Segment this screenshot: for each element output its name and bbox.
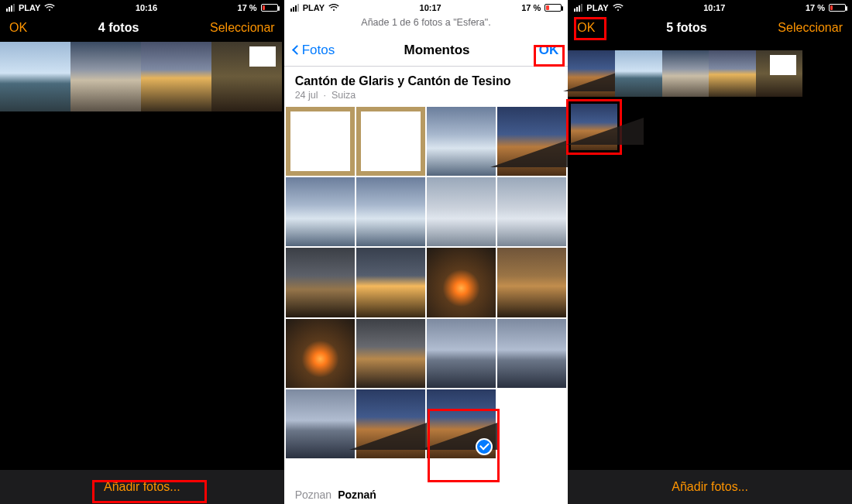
clock: 10:17 xyxy=(420,3,441,12)
add-photos-button[interactable]: Añadir fotos... xyxy=(568,470,852,504)
clock: 10:16 xyxy=(136,3,157,12)
photo-thumb[interactable] xyxy=(756,50,803,97)
photo-thumb[interactable] xyxy=(70,42,141,111)
status-bar: PLAY 10:17 17 % xyxy=(568,0,852,14)
moment-cell[interactable] xyxy=(497,248,566,317)
wifi-icon xyxy=(328,4,339,12)
signal-icon xyxy=(574,4,582,12)
moment-cell[interactable] xyxy=(427,177,496,246)
photo-strip xyxy=(568,50,852,97)
chevron-left-icon xyxy=(292,45,302,55)
battery-percent: 17 % xyxy=(521,3,541,12)
picker-nav-bar: Fotos Momentos OK xyxy=(284,34,569,67)
battery-percent: 17 % xyxy=(238,3,257,12)
screen-2-photo-picker: PLAY 10:17 17 % Añade 1 de 6 fotos a "Es… xyxy=(284,0,569,504)
battery-percent: 17 % xyxy=(806,3,825,12)
photo-thumb[interactable] xyxy=(662,50,709,97)
moment-cell[interactable] xyxy=(286,177,355,246)
album-date: 24 jul xyxy=(295,90,318,101)
next-section-header: Poznan Poznań xyxy=(284,485,569,504)
moment-cell[interactable] xyxy=(356,319,425,388)
battery-icon xyxy=(545,4,562,12)
wifi-icon xyxy=(44,4,55,12)
photo-thumb[interactable] xyxy=(0,42,70,111)
album-subtitle: 24 jul · Suiza xyxy=(295,90,558,101)
moment-cell[interactable] xyxy=(427,319,496,388)
add-photos-label: Añadir fotos... xyxy=(104,480,180,494)
checkmark-icon xyxy=(476,438,493,455)
photo-thumb[interactable] xyxy=(141,42,211,111)
moment-cell[interactable] xyxy=(356,107,425,176)
add-photos-button[interactable]: Añadir fotos... xyxy=(0,470,284,504)
instruction-text: Añade 1 de 6 fotos a "Esfera". xyxy=(284,14,569,34)
add-photos-label: Añadir fotos... xyxy=(672,480,748,494)
nav-bar: OK 5 fotos Seleccionar xyxy=(568,14,852,42)
status-bar: PLAY 10:17 17 % xyxy=(284,0,569,14)
signal-icon xyxy=(6,4,15,12)
moment-cell[interactable] xyxy=(497,107,566,176)
moment-cell[interactable] xyxy=(356,177,425,246)
carrier-label: PLAY xyxy=(19,3,40,12)
album-country: Suiza xyxy=(332,90,356,101)
place-b: Poznań xyxy=(338,489,376,501)
ok-button[interactable]: OK xyxy=(539,43,559,58)
photo-thumb[interactable] xyxy=(615,50,662,97)
album-header: Cantón de Glaris y Cantón de Tesino 24 j… xyxy=(284,67,569,107)
nav-title: Momentos xyxy=(404,43,470,58)
album-sep: · xyxy=(324,90,326,101)
screen-3-watch-photos: PLAY 10:17 17 % OK 5 fotos Seleccionar xyxy=(568,0,852,504)
moment-cell[interactable] xyxy=(286,389,355,458)
ok-button[interactable]: OK xyxy=(577,21,595,35)
moment-cell[interactable] xyxy=(286,107,355,176)
screen-1-watch-photos: PLAY 10:16 17 % OK 4 fotos Seleccionar A… xyxy=(0,0,284,504)
nav-bar: OK 4 fotos Seleccionar xyxy=(0,14,284,42)
moment-cell[interactable] xyxy=(356,248,425,317)
status-bar: PLAY 10:16 17 % xyxy=(0,0,284,14)
moment-cell[interactable] xyxy=(497,177,566,246)
photo-thumb[interactable] xyxy=(568,50,615,97)
moment-cell[interactable] xyxy=(286,248,355,317)
select-button[interactable]: Seleccionar xyxy=(778,21,843,35)
moment-cell[interactable] xyxy=(427,107,496,176)
ok-button[interactable]: OK xyxy=(9,21,27,35)
place-a: Poznan xyxy=(295,489,332,501)
photo-thumb[interactable] xyxy=(211,42,282,111)
page-title: 5 fotos xyxy=(666,21,706,35)
moment-cell[interactable] xyxy=(427,248,496,317)
moment-cell[interactable] xyxy=(356,389,425,458)
carrier-label: PLAY xyxy=(303,3,325,12)
wifi-icon xyxy=(613,4,624,12)
back-label: Fotos xyxy=(302,43,335,58)
battery-icon xyxy=(829,4,846,12)
moment-cell[interactable] xyxy=(497,319,566,388)
battery-icon xyxy=(261,4,278,12)
moment-cell[interactable] xyxy=(286,319,355,388)
moments-grid[interactable] xyxy=(284,107,569,458)
highlight-new-photo xyxy=(566,99,622,155)
select-button[interactable]: Seleccionar xyxy=(210,21,275,35)
page-title: 4 fotos xyxy=(98,21,139,35)
signal-icon xyxy=(290,4,299,12)
album-title: Cantón de Glaris y Cantón de Tesino xyxy=(295,74,558,88)
back-button[interactable]: Fotos xyxy=(294,43,335,58)
clock: 10:17 xyxy=(703,3,725,12)
carrier-label: PLAY xyxy=(586,3,608,12)
photo-strip xyxy=(0,42,284,111)
moment-cell-selected[interactable] xyxy=(427,389,496,458)
photo-thumb[interactable] xyxy=(709,50,756,97)
